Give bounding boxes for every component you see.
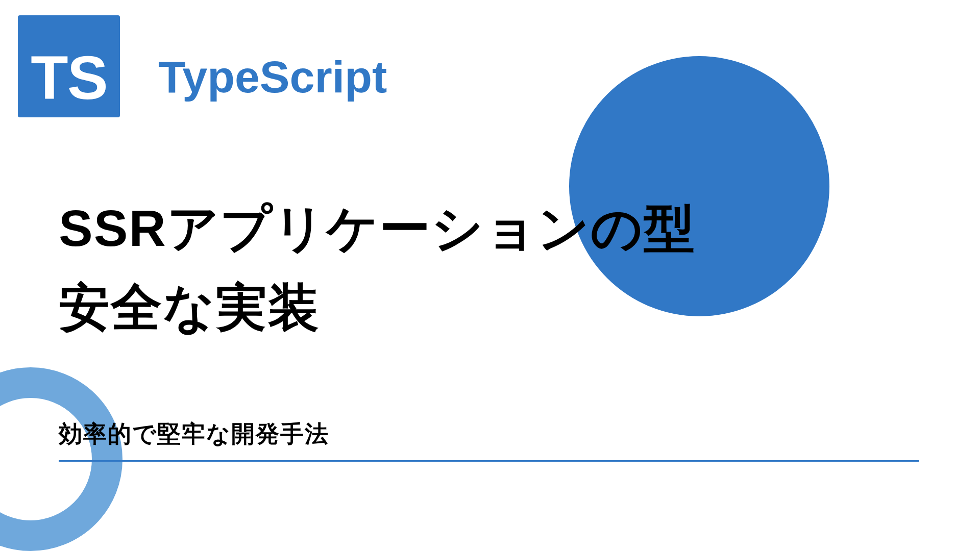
brand-label: TypeScript xyxy=(158,51,387,103)
typescript-logo: TS xyxy=(18,15,120,117)
typescript-logo-text: TS xyxy=(31,47,107,108)
accent-ring xyxy=(0,367,122,551)
slide: TS TypeScript SSRアプリケーションの型 安全な実装 効率的で堅牢… xyxy=(0,0,980,551)
title-line-2: 安全な実装 xyxy=(59,279,320,336)
slide-title: SSRアプリケーションの型 安全な実装 xyxy=(59,189,773,347)
title-line-1: SSRアプリケーションの型 xyxy=(59,199,696,257)
slide-subtitle: 効率的で堅牢な開発手法 xyxy=(59,418,329,450)
subtitle-underline xyxy=(59,460,919,462)
